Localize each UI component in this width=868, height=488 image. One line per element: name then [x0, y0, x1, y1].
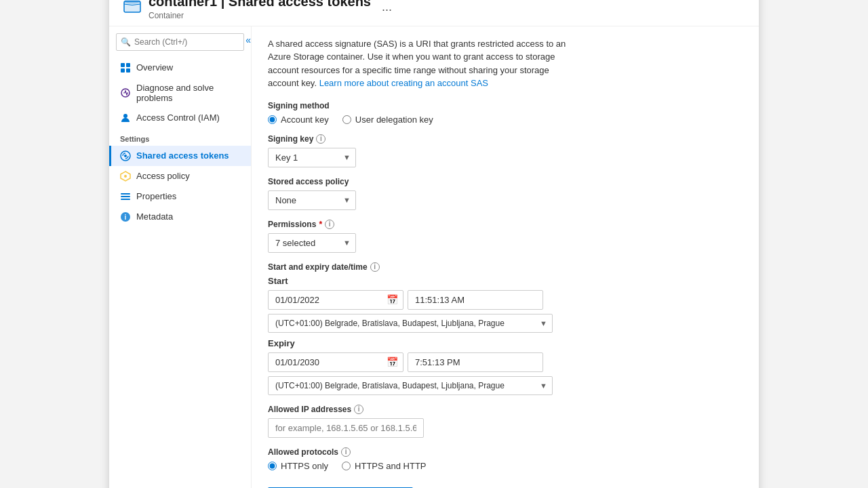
- stored-policy-dropdown[interactable]: None: [268, 190, 356, 210]
- metadata-icon: i: [120, 211, 131, 222]
- stored-policy-section: Stored access policy None ▼: [268, 177, 743, 210]
- signing-key-dropdown-wrapper: Key 1 Key 2 ▼: [268, 148, 356, 167]
- radio-https-only-label: HTTPS only: [281, 461, 328, 471]
- svg-point-2: [124, 0, 140, 3]
- more-options-button[interactable]: ...: [378, 0, 396, 16]
- signing-method-label: Signing method: [268, 101, 743, 110]
- start-tz-row: (UTC+01:00) Belgrade, Bratislava, Budape…: [268, 314, 743, 333]
- svg-point-8: [123, 114, 127, 118]
- sidebar-item-label-overview: Overview: [136, 62, 173, 73]
- date-time-info-icon: i: [370, 262, 380, 272]
- sat-icon: [120, 150, 131, 161]
- expiry-tz-wrapper: (UTC+01:00) Belgrade, Bratislava, Budape…: [268, 376, 553, 395]
- allowed-ip-label: Allowed IP addresses i: [268, 405, 743, 414]
- radio-user-delegation-input[interactable]: [342, 115, 351, 124]
- diagnose-icon: [120, 87, 131, 98]
- sidebar-item-sat[interactable]: Shared access tokens: [109, 146, 251, 166]
- settings-section-label: Settings: [109, 128, 251, 146]
- radio-https-http-input[interactable]: [342, 462, 351, 470]
- title-text-group: container1 | Shared access tokens Contai…: [149, 0, 371, 20]
- main-content: A shared access signature (SAS) is a URI…: [252, 26, 759, 489]
- svg-rect-6: [126, 68, 130, 73]
- radio-https-http-label: HTTPS and HTTP: [355, 461, 426, 471]
- radio-account-key[interactable]: Account key: [268, 115, 329, 125]
- allowed-ip-info-icon: i: [354, 405, 363, 414]
- sidebar-item-label-diagnose: Diagnose and solve problems: [136, 83, 240, 103]
- radio-https-only-input[interactable]: [268, 462, 277, 470]
- panel-subtitle: Container: [149, 11, 371, 20]
- svg-rect-13: [121, 193, 130, 195]
- protocols-radio-group: HTTPS only HTTPS and HTTP: [268, 461, 743, 471]
- start-time-input[interactable]: [408, 290, 543, 310]
- start-date-wrapper: 📅: [268, 290, 403, 310]
- learn-more-link[interactable]: Learn more about creating an account SAS: [319, 78, 488, 88]
- signing-key-section: Signing key i Key 1 Key 2 ▼: [268, 134, 743, 167]
- radio-https-only[interactable]: HTTPS only: [268, 461, 328, 471]
- sidebar-item-iam[interactable]: Access Control (IAM): [109, 108, 251, 128]
- signing-key-label: Signing key i: [268, 134, 743, 144]
- permissions-section: Permissions * i 7 selected ▼: [268, 220, 743, 253]
- search-box-container: 🔍 «: [116, 33, 244, 51]
- svg-rect-5: [121, 68, 125, 73]
- svg-rect-14: [121, 196, 130, 197]
- signing-key-dropdown[interactable]: Key 1 Key 2: [268, 148, 356, 167]
- svg-rect-3: [121, 63, 125, 67]
- panel-title: container1 | Shared access tokens: [149, 0, 371, 9]
- panel-header: All services › Storage accounts › contos…: [109, 0, 759, 26]
- expiry-tz-dropdown[interactable]: (UTC+01:00) Belgrade, Bratislava, Budape…: [268, 376, 553, 395]
- permissions-dropdown[interactable]: 7 selected: [268, 233, 356, 253]
- sidebar-item-label-metadata: Metadata: [136, 211, 173, 222]
- date-time-section: Start and expiry date/time i Start 📅 (U: [268, 262, 743, 395]
- container-icon: [123, 0, 142, 16]
- stored-policy-dropdown-wrapper: None ▼: [268, 190, 356, 210]
- sidebar: 🔍 « Overview Diagnose and solve problems: [109, 26, 252, 489]
- search-icon: 🔍: [121, 37, 131, 47]
- sidebar-item-policy[interactable]: Access policy: [109, 166, 251, 186]
- svg-point-12: [124, 175, 127, 178]
- permissions-info-icon: i: [325, 220, 334, 229]
- signing-method-radio-group: Account key User delegation key: [268, 115, 743, 125]
- svg-text:i: i: [125, 214, 127, 221]
- start-tz-dropdown[interactable]: (UTC+01:00) Belgrade, Bratislava, Budape…: [268, 314, 553, 333]
- main-panel: All services › Storage accounts › contos…: [108, 0, 760, 488]
- description-text: A shared access signature (SAS) is a URI…: [268, 37, 566, 90]
- iam-icon: [120, 113, 131, 123]
- expiry-time-input[interactable]: [408, 352, 543, 372]
- start-label: Start: [268, 276, 743, 286]
- expiry-date-wrapper: 📅: [268, 352, 403, 372]
- signing-method-section: Signing method Account key User delegati…: [268, 101, 743, 125]
- permissions-dropdown-wrapper: 7 selected ▼: [268, 233, 356, 253]
- radio-user-delegation[interactable]: User delegation key: [342, 115, 433, 125]
- search-input[interactable]: [116, 33, 244, 51]
- svg-rect-15: [121, 199, 130, 200]
- overview-icon: [120, 62, 131, 73]
- properties-icon: [120, 191, 131, 202]
- radio-account-key-label: Account key: [281, 115, 329, 125]
- allowed-ip-section: Allowed IP addresses i: [268, 405, 743, 438]
- sidebar-item-label-iam: Access Control (IAM): [136, 113, 220, 123]
- required-indicator: *: [319, 220, 322, 229]
- sidebar-item-properties[interactable]: Properties: [109, 186, 251, 207]
- sidebar-item-label-properties: Properties: [136, 191, 176, 201]
- start-tz-wrapper: (UTC+01:00) Belgrade, Bratislava, Budape…: [268, 314, 553, 333]
- allowed-protocols-label: Allowed protocols i: [268, 447, 743, 457]
- sidebar-item-overview[interactable]: Overview: [109, 58, 251, 78]
- allowed-ip-input[interactable]: [268, 418, 424, 438]
- radio-https-http[interactable]: HTTPS and HTTP: [342, 461, 426, 471]
- collapse-sidebar-button[interactable]: «: [245, 35, 251, 45]
- sidebar-item-diagnose[interactable]: Diagnose and solve problems: [109, 78, 251, 108]
- panel-body: 🔍 « Overview Diagnose and solve problems: [109, 26, 759, 489]
- svg-rect-4: [126, 63, 130, 67]
- radio-account-key-input[interactable]: [268, 115, 277, 124]
- svg-point-10: [124, 155, 127, 157]
- radio-user-delegation-label: User delegation key: [355, 115, 433, 125]
- stored-policy-label: Stored access policy: [268, 177, 743, 186]
- permissions-label: Permissions * i: [268, 220, 743, 229]
- expiry-date-input[interactable]: [268, 352, 403, 372]
- policy-icon: [120, 171, 131, 182]
- title-row: container1 | Shared access tokens Contai…: [123, 0, 745, 20]
- date-time-label: Start and expiry date/time i: [268, 262, 743, 272]
- sidebar-item-label-policy: Access policy: [136, 171, 190, 181]
- sidebar-item-metadata[interactable]: i Metadata: [109, 207, 251, 227]
- start-date-input[interactable]: [268, 290, 403, 310]
